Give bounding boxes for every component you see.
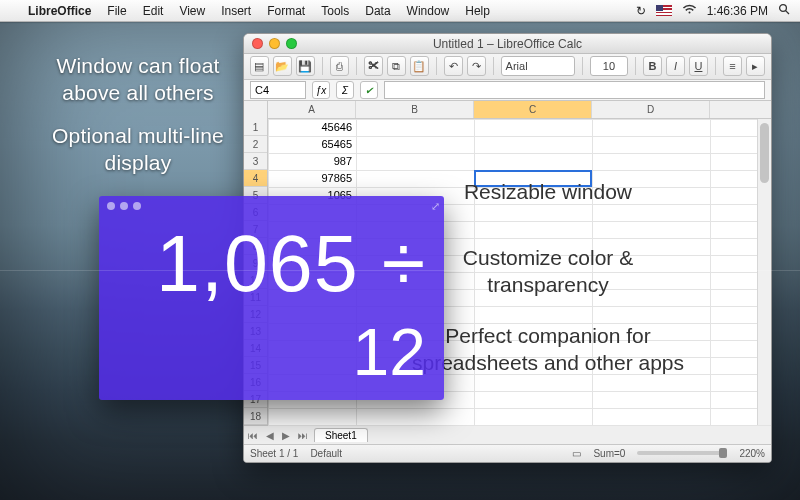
formula-bar: C4 ƒx Σ ✔ [244,80,771,102]
toolbar-save-icon[interactable]: 💾 [296,56,315,76]
menu-window[interactable]: Window [399,4,458,18]
col-header-D[interactable]: D [592,101,710,118]
menu-tools[interactable]: Tools [313,4,357,18]
menu-view[interactable]: View [171,4,213,18]
sync-icon[interactable]: ↻ [636,4,646,18]
calculator-display-line2: 12 [99,314,426,390]
status-insert-mode-icon[interactable]: ▭ [572,448,581,459]
toolbar-paste-icon[interactable]: 📋 [410,56,429,76]
desktop-background: LibreOffice File Edit View Insert Format… [0,0,800,500]
toolbar-copy-icon[interactable]: ⧉ [387,56,406,76]
row-header-2[interactable]: 2 [244,136,267,153]
row-header-18[interactable]: 18 [244,408,267,425]
menu-help[interactable]: Help [457,4,498,18]
status-bar: Sheet 1 / 1 Default ▭ Sum=0 220% [244,444,771,462]
font-name-combo[interactable]: Arial [501,56,575,76]
sheet-nav-next-icon[interactable]: ▶ [278,430,294,441]
spotlight-icon[interactable] [778,3,790,18]
toolbar-more-icon[interactable]: ▸ [746,56,765,76]
underline-button[interactable]: U [689,56,708,76]
mac-menubar: LibreOffice File Edit View Insert Format… [0,0,800,22]
menu-format[interactable]: Format [259,4,313,18]
col-header-C[interactable]: C [474,101,592,118]
vertical-scrollbar[interactable] [757,119,771,425]
toolbar-redo-icon[interactable]: ↷ [467,56,486,76]
caption-customize: Customize color & transparency [418,245,678,298]
toolbar-cut-icon[interactable]: ✀ [364,56,383,76]
menu-data[interactable]: Data [357,4,398,18]
calculator-minimize-button[interactable] [120,202,128,210]
menubar-clock[interactable]: 1:46:36 PM [707,4,768,18]
status-sheet-count: Sheet 1 / 1 [250,448,298,459]
menu-file[interactable]: File [99,4,134,18]
menu-edit[interactable]: Edit [135,4,172,18]
menu-insert[interactable]: Insert [213,4,259,18]
sheet-nav-prev-icon[interactable]: ◀ [262,430,278,441]
caption-float-above: Window can float above all others [38,52,238,107]
caption-companion: Perfect companion for spreadsheets and o… [408,323,688,376]
calc-window-title: Untitled 1 – LibreOffice Calc [244,37,771,51]
row-header-3[interactable]: 3 [244,153,267,170]
italic-button[interactable]: I [666,56,685,76]
cell-A3[interactable]: 987 [268,153,356,170]
cell-A1[interactable]: 45646 [268,119,356,136]
calculator-resize-handle-icon[interactable]: ⤢ [431,200,440,213]
zoom-slider[interactable] [637,451,727,455]
calculator-display-line1: 1,065 ÷ [99,218,426,310]
row-header-1[interactable]: 1 [244,119,267,136]
font-size-combo[interactable]: 10 [590,56,628,76]
status-page-style: Default [310,448,342,459]
sheet-tab-1[interactable]: Sheet1 [314,428,368,442]
function-wizard-button[interactable]: ƒx [312,81,330,99]
toolbar-open-icon[interactable]: 📂 [273,56,292,76]
sheet-nav-first-icon[interactable]: ⏮ [244,430,262,441]
toolbar-undo-icon[interactable]: ↶ [444,56,463,76]
calculator-zoom-button[interactable] [133,202,141,210]
sheet-tab-bar: ⏮ ◀ ▶ ⏭ Sheet1 [244,425,771,443]
caption-multiline: Optional multi-line display [38,122,238,177]
col-header-A[interactable]: A [268,101,356,118]
status-sum: Sum=0 [593,448,625,459]
sheet-nav-last-icon[interactable]: ⏭ [294,430,312,441]
calculator-close-button[interactable] [107,202,115,210]
row-header-4[interactable]: 4 [244,170,267,187]
caption-resizable: Resizable window [418,179,678,205]
input-source-flag-icon[interactable] [656,5,672,16]
name-box[interactable]: C4 [250,81,306,99]
cell-A2[interactable]: 65465 [268,136,356,153]
toolbar-new-icon[interactable]: ▤ [250,56,269,76]
bold-button[interactable]: B [643,56,662,76]
calculator-traffic-lights [107,202,141,210]
column-headers: A B C D [268,101,771,119]
svg-line-1 [786,11,789,14]
accept-button[interactable]: ✔ [360,81,378,99]
formula-input[interactable] [384,81,765,99]
status-zoom[interactable]: 220% [739,448,765,459]
sum-button[interactable]: Σ [336,81,354,99]
menubar-app-name[interactable]: LibreOffice [20,4,99,18]
toolbar-print-icon[interactable]: ⎙ [330,56,349,76]
cell-A4[interactable]: 97865 [268,170,356,187]
wifi-icon[interactable] [682,4,697,18]
align-left-button[interactable]: ≡ [723,56,742,76]
col-header-B[interactable]: B [356,101,474,118]
calc-titlebar[interactable]: Untitled 1 – LibreOffice Calc [244,34,771,54]
svg-point-0 [780,5,787,12]
calculator-window[interactable]: ⤢ 1,065 ÷ 12 [99,196,444,400]
calc-toolbar: ▤ 📂 💾 ⎙ ✀ ⧉ 📋 ↶ ↷ Arial 10 B I U ≡ ▸ [244,54,771,80]
